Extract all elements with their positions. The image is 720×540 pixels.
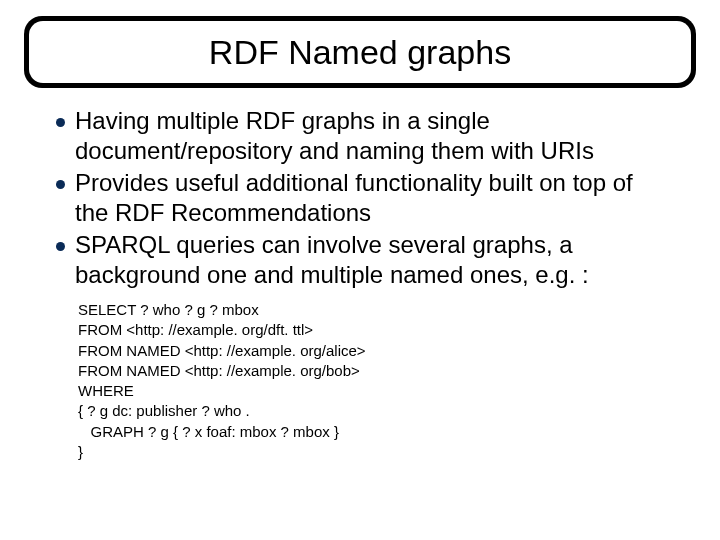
- slide: RDF Named graphs Having multiple RDF gra…: [0, 0, 720, 540]
- bullet-item: Having multiple RDF graphs in a single d…: [56, 106, 672, 166]
- sparql-code-block: SELECT ? who ? g ? mbox FROM <http: //ex…: [78, 300, 702, 462]
- bullet-list: Having multiple RDF graphs in a single d…: [18, 106, 702, 290]
- title-band: RDF Named graphs: [24, 16, 696, 88]
- bullet-item: SPARQL queries can involve several graph…: [56, 230, 672, 290]
- bullet-dot-icon: [56, 118, 65, 127]
- code-line: FROM NAMED <http: //example. org/alice>: [78, 341, 702, 361]
- code-line: GRAPH ? g { ? x foaf: mbox ? mbox }: [78, 422, 702, 442]
- bullet-text: SPARQL queries can involve several graph…: [75, 230, 672, 290]
- code-line: FROM <http: //example. org/dft. ttl>: [78, 320, 702, 340]
- code-line: FROM NAMED <http: //example. org/bob>: [78, 361, 702, 381]
- code-line: SELECT ? who ? g ? mbox: [78, 300, 702, 320]
- title-inner: RDF Named graphs: [29, 21, 691, 83]
- code-line: }: [78, 442, 702, 462]
- bullet-text: Having multiple RDF graphs in a single d…: [75, 106, 672, 166]
- bullet-text: Provides useful additional functionality…: [75, 168, 672, 228]
- slide-title: RDF Named graphs: [209, 33, 511, 72]
- bullet-item: Provides useful additional functionality…: [56, 168, 672, 228]
- code-line: WHERE: [78, 381, 702, 401]
- code-line: { ? g dc: publisher ? who .: [78, 401, 702, 421]
- bullet-dot-icon: [56, 180, 65, 189]
- bullet-dot-icon: [56, 242, 65, 251]
